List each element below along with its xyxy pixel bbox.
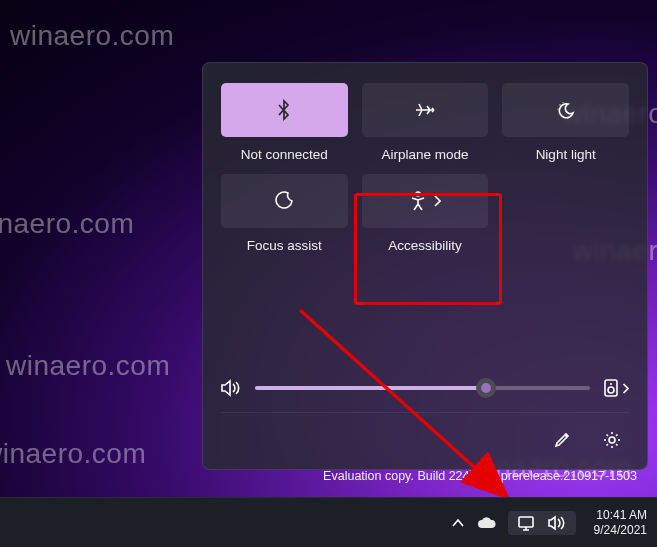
airplane-icon [414, 101, 436, 119]
quick-settings-tiles: Not connected Airplane mode Night light [221, 83, 629, 253]
accessibility-button[interactable] [362, 174, 489, 228]
volume-tray-icon [548, 515, 566, 531]
bluetooth-icon [275, 99, 293, 121]
evaluation-copy-text: Evaluation copy. Build 22463rs_prereleas… [323, 469, 637, 483]
system-tray: 10:41 AM 9/24/2021 [452, 508, 647, 538]
settings-button[interactable] [595, 423, 629, 457]
focusassist-label: Focus assist [247, 238, 322, 253]
network-icon [518, 515, 536, 531]
taskbar-clock[interactable]: 10:41 AM 9/24/2021 [594, 508, 647, 538]
panel-footer [221, 412, 629, 457]
nightlight-button[interactable] [502, 83, 629, 137]
bluetooth-label: Not connected [241, 147, 328, 162]
quick-settings-tray-button[interactable] [508, 511, 576, 535]
svg-point-6 [610, 383, 612, 385]
tile-nightlight: Night light [502, 83, 629, 162]
volume-slider[interactable] [255, 386, 590, 390]
accessibility-label: Accessibility [388, 238, 462, 253]
clock-date: 9/24/2021 [594, 523, 647, 538]
focusassist-button[interactable] [221, 174, 348, 228]
tray-overflow-button[interactable] [452, 518, 464, 528]
volume-icon[interactable] [221, 378, 241, 398]
tile-accessibility: Accessibility [362, 174, 489, 253]
focusassist-icon [274, 191, 294, 211]
svg-point-5 [608, 387, 614, 393]
svg-point-0 [559, 104, 560, 105]
taskbar: 10:41 AM 9/24/2021 [0, 497, 657, 547]
chevron-right-icon [433, 195, 441, 207]
edit-button[interactable] [545, 423, 579, 457]
svg-rect-9 [519, 517, 533, 527]
clock-time: 10:41 AM [596, 508, 647, 523]
nightlight-icon [555, 101, 577, 119]
tile-airplane: Airplane mode [362, 83, 489, 162]
bluetooth-button[interactable] [221, 83, 348, 137]
quick-settings-panel: Not connected Airplane mode Night light [202, 62, 648, 470]
svg-point-2 [557, 109, 558, 110]
airplane-label: Airplane mode [381, 147, 468, 162]
svg-point-1 [562, 102, 563, 103]
pencil-icon [553, 431, 571, 449]
svg-point-7 [609, 437, 615, 443]
airplane-button[interactable] [362, 83, 489, 137]
audio-output-button[interactable] [604, 378, 629, 398]
tile-focusassist: Focus assist [221, 174, 348, 253]
gear-icon [603, 431, 621, 449]
nightlight-label: Night light [536, 147, 596, 162]
svg-point-3 [416, 192, 420, 196]
volume-row [221, 378, 629, 398]
accessibility-icon [409, 191, 427, 211]
onedrive-icon[interactable] [476, 516, 496, 530]
tile-bluetooth: Not connected [221, 83, 348, 162]
